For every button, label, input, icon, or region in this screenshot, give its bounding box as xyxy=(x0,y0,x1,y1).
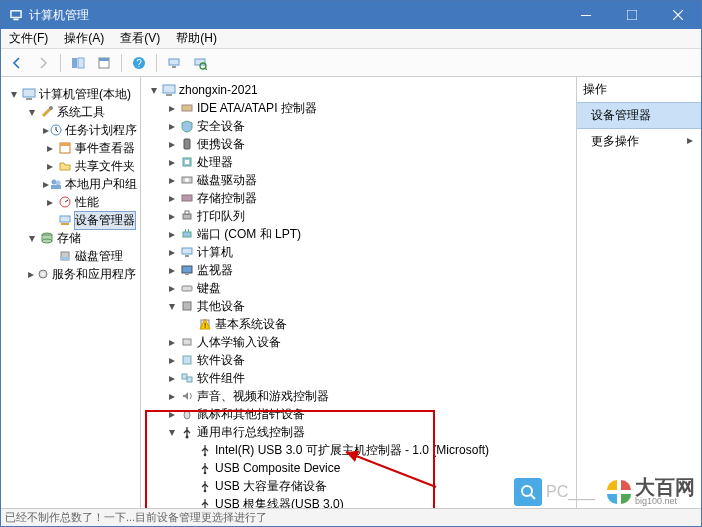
help-button[interactable]: ? xyxy=(127,51,151,75)
tree-storage[interactable]: ▾ 存储 xyxy=(7,229,136,247)
dev-usb[interactable]: ▾通用串行总线控制器 xyxy=(147,423,572,441)
dev-ports[interactable]: ▸端口 (COM 和 LPT) xyxy=(147,225,572,243)
svg-rect-57 xyxy=(182,374,187,379)
dev-portable[interactable]: ▸便携设备 xyxy=(147,135,572,153)
tree-shared-folders[interactable]: ▸ 共享文件夹 xyxy=(7,157,136,175)
svg-rect-55 xyxy=(183,339,191,345)
folder-share-icon xyxy=(57,158,73,174)
titlebar: 计算机管理 xyxy=(1,1,701,29)
dev-other[interactable]: ▾其他设备 xyxy=(147,297,572,315)
forward-button[interactable] xyxy=(31,51,55,75)
svg-rect-43 xyxy=(185,211,189,214)
dev-usb-4[interactable]: USB 根集线器(USB 3.0) xyxy=(147,495,572,508)
dev-print-queues[interactable]: ▸打印队列 xyxy=(147,207,572,225)
maximize-button[interactable] xyxy=(609,1,655,29)
dev-sound[interactable]: ▸声音、视频和游戏控制器 xyxy=(147,387,572,405)
dev-security[interactable]: ▸安全设备 xyxy=(147,117,572,135)
dev-other-child[interactable]: !基本系统设备 xyxy=(147,315,572,333)
dev-monitors[interactable]: ▸监视器 xyxy=(147,261,572,279)
menu-view[interactable]: 查看(V) xyxy=(116,29,164,48)
tree-disk-mgmt[interactable]: 磁盘管理 xyxy=(7,247,136,265)
dev-software-comp[interactable]: ▸软件组件 xyxy=(147,369,572,387)
dev-software-dev[interactable]: ▸软件设备 xyxy=(147,351,572,369)
chevron-right-icon: ▸ xyxy=(687,133,693,147)
tree-system-tools[interactable]: ▾ 系统工具 xyxy=(7,103,136,121)
svg-rect-8 xyxy=(99,58,109,61)
svg-text:?: ? xyxy=(136,58,142,69)
event-icon xyxy=(57,140,73,156)
scope-button[interactable] xyxy=(66,51,90,75)
properties-button[interactable] xyxy=(92,51,116,75)
separator xyxy=(60,54,61,72)
svg-point-59 xyxy=(184,411,190,419)
expand-icon[interactable]: ▸ xyxy=(43,141,57,155)
svg-rect-45 xyxy=(185,229,186,232)
dev-keyboards[interactable]: ▸键盘 xyxy=(147,279,572,297)
svg-rect-33 xyxy=(163,85,175,93)
expand-icon[interactable]: ▾ xyxy=(25,105,39,119)
expand-icon[interactable]: ▾ xyxy=(165,299,179,313)
usb-icon xyxy=(197,442,213,458)
actions-item-more[interactable]: 更多操作 ▸ xyxy=(577,129,701,154)
svg-rect-46 xyxy=(188,229,189,232)
expand-icon[interactable]: ▾ xyxy=(147,83,161,97)
window-title: 计算机管理 xyxy=(29,7,563,24)
actions-item-devmgr[interactable]: 设备管理器 xyxy=(577,102,701,129)
computer-icon xyxy=(161,82,177,98)
status-bar: 已经不制作总数了！一下...目前设备管理更选择进行了 xyxy=(1,508,701,526)
warning-icon: ! xyxy=(197,316,213,332)
portable-icon xyxy=(179,136,195,152)
usb-icon xyxy=(197,496,213,508)
tree-services-apps[interactable]: ▸ 服务和应用程序 xyxy=(7,265,136,283)
expand-icon[interactable]: ▸ xyxy=(43,159,57,173)
scan-button[interactable] xyxy=(188,51,212,75)
tree-root[interactable]: ▾ 计算机管理(本地) xyxy=(7,85,136,103)
menu-action[interactable]: 操作(A) xyxy=(60,29,108,48)
dev-root[interactable]: ▾zhongxin-2021 xyxy=(147,81,572,99)
close-button[interactable] xyxy=(655,1,701,29)
dev-hid[interactable]: ▸人体学输入设备 xyxy=(147,333,572,351)
tree-local-users[interactable]: ▸ 本地用户和组 xyxy=(7,175,136,193)
separator xyxy=(156,54,157,72)
dev-usb-1[interactable]: Intel(R) USB 3.0 可扩展主机控制器 - 1.0 (Microso… xyxy=(147,441,572,459)
expand-icon[interactable]: ▾ xyxy=(25,231,39,245)
dev-storage-ctrl[interactable]: ▸存储控制器 xyxy=(147,189,572,207)
minimize-button[interactable] xyxy=(563,1,609,29)
clock-icon xyxy=(49,122,63,138)
menu-help[interactable]: 帮助(H) xyxy=(172,29,221,48)
computer-icon xyxy=(179,244,195,260)
svg-point-28 xyxy=(42,239,52,243)
svg-rect-44 xyxy=(183,232,191,237)
usb-icon xyxy=(179,424,195,440)
menu-file[interactable]: 文件(F) xyxy=(5,29,52,48)
tree-event-viewer[interactable]: ▸ 事件查看器 xyxy=(7,139,136,157)
back-button[interactable] xyxy=(5,51,29,75)
tree-performance[interactable]: ▸ 性能 xyxy=(7,193,136,211)
svg-point-69 xyxy=(522,486,532,496)
svg-point-32 xyxy=(42,273,45,276)
toolbar: ? xyxy=(1,49,701,77)
dev-processor[interactable]: ▸处理器 xyxy=(147,153,572,171)
svg-rect-35 xyxy=(182,105,192,111)
svg-point-22 xyxy=(56,181,61,186)
expand-icon[interactable]: ▾ xyxy=(165,425,179,439)
expand-icon[interactable]: ▾ xyxy=(7,87,21,101)
expand-icon[interactable]: ▸ xyxy=(43,195,57,209)
expand-icon[interactable]: ▸ xyxy=(25,267,36,281)
tree-task-scheduler[interactable]: ▸ 任务计划程序 xyxy=(7,121,136,139)
tree-device-manager[interactable]: 设备管理器 xyxy=(7,211,136,229)
computer-icon xyxy=(21,86,37,102)
left-tree[interactable]: ▾ 计算机管理(本地) ▾ 系统工具 ▸ 任务计划程序 ▸ 事件 xyxy=(1,81,140,287)
svg-text:!: ! xyxy=(204,321,206,330)
dev-disk-drives[interactable]: ▸磁盘驱动器 xyxy=(147,171,572,189)
services-icon xyxy=(36,266,50,282)
svg-rect-58 xyxy=(187,377,192,382)
dev-usb-3[interactable]: USB 大容量存储设备 xyxy=(147,477,572,495)
computer-button[interactable] xyxy=(162,51,186,75)
dev-mouse[interactable]: ▸鼠标和其他指针设备 xyxy=(147,405,572,423)
svg-rect-5 xyxy=(72,58,77,68)
dev-computer[interactable]: ▸计算机 xyxy=(147,243,572,261)
device-tree[interactable]: ▾zhongxin-2021 ▸IDE ATA/ATAPI 控制器 ▸安全设备 … xyxy=(141,77,576,508)
dev-usb-2[interactable]: USB Composite Device xyxy=(147,459,572,477)
dev-ide[interactable]: ▸IDE ATA/ATAPI 控制器 xyxy=(147,99,572,117)
